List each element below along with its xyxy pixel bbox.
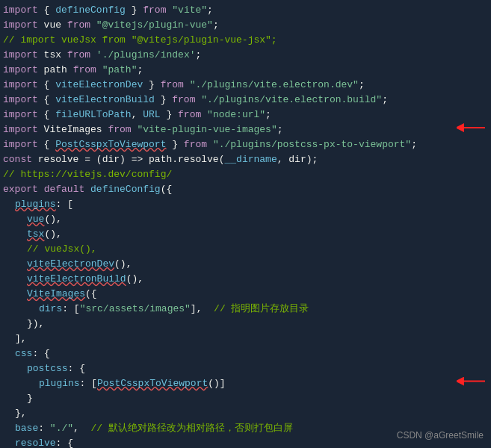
code-line-20: ViteImages({ (0, 287, 491, 302)
code-line-21: dirs: ["src/assets/images"], // 指明图片存放目录 (0, 302, 491, 317)
code-line-3: // import vueJsx from "@vitejs/plugin-vu… (0, 33, 491, 48)
code-line-23: ], (0, 332, 491, 346)
code-line-24: css: { (0, 346, 491, 361)
annotation-arrow-2 (457, 375, 487, 393)
code-line-25: postcss: { (0, 361, 491, 376)
code-line-7: import { viteElectronBuild } from "./plu… (0, 93, 491, 108)
code-line-5: import path from "path"; (0, 63, 491, 78)
code-line-16: tsx(), (0, 227, 491, 242)
code-line-13: export default defineConfig({ (0, 182, 491, 197)
watermark: CSDN @aGreetSmile (397, 430, 484, 441)
code-line-1: import { defineConfig } from "vite"; (0, 3, 491, 18)
red-arrow-svg (457, 121, 487, 134)
annotation-arrow-1 (457, 121, 487, 139)
code-line-27: } (0, 391, 491, 406)
code-editor: import { defineConfig } from "vite";impo… (0, 0, 491, 448)
code-line-4: import tsx from './plugins/index'; (0, 48, 491, 63)
code-line-8: import { fileURLToPath, URL } from "node… (0, 108, 491, 122)
code-line-22: }), (0, 317, 491, 332)
code-line-2: import vue from "@vitejs/plugin-vue"; (0, 18, 491, 33)
code-line-18: viteElectronDev(), (0, 257, 491, 272)
code-line-15: vue(), (0, 212, 491, 227)
code-line-19: viteElectronBuild(), (0, 272, 491, 287)
red-arrow-svg-2 (457, 375, 487, 388)
code-line-10: import { PostCsspxToViewport } from "./p… (0, 137, 491, 152)
code-line-26: plugins: [PostCsspxToViewport()] (0, 376, 491, 391)
code-line-12: // https://vitejs.dev/config/ (0, 167, 491, 182)
code-line-28: }, (0, 406, 491, 421)
code-line-14: plugins: [ (0, 197, 491, 212)
code-line-11: const resolve = (dir) => path.resolve(__… (0, 152, 491, 167)
code-line-17: // vueJsx(), (0, 242, 491, 257)
code-line-6: import { viteElectronDev } from "./plugi… (0, 78, 491, 93)
code-line-9: import ViteImages from "vite-plugin-vue-… (0, 122, 491, 137)
